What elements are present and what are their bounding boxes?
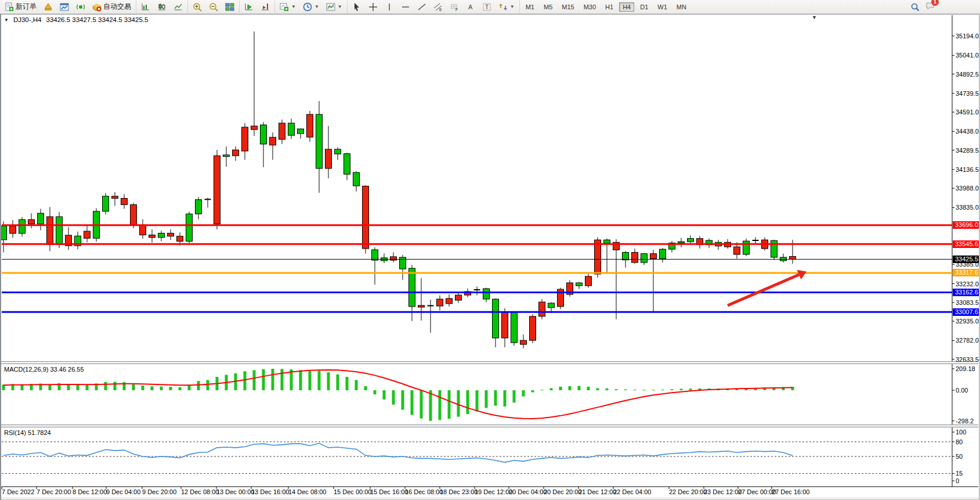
- zoom-in-button[interactable]: [190, 1, 204, 13]
- time-axis-label: 7 Dec 2022: [2, 488, 34, 495]
- text-label-icon: T: [482, 2, 491, 12]
- signal-button[interactable]: [74, 1, 88, 13]
- macd-histogram-bar: [374, 390, 377, 394]
- candle-body: [279, 123, 285, 139]
- tf-m1-button[interactable]: M1: [522, 2, 538, 12]
- zoom-out-button[interactable]: [207, 1, 220, 13]
- candle-body: [353, 172, 360, 186]
- candle-body: [28, 220, 35, 224]
- macd-histogram-bar: [634, 390, 637, 390]
- tf-m15-button[interactable]: M15: [558, 2, 577, 12]
- trendline-button[interactable]: [415, 1, 429, 13]
- new-order-button[interactable]: 新订单: [2, 1, 39, 13]
- svg-text:A: A: [468, 3, 473, 10]
- price-axis-label: 33232.0: [956, 280, 979, 287]
- chart-shift-marker-icon[interactable]: ▼: [812, 15, 817, 20]
- rsi-indicator-label: RSI(14) 51.7824: [4, 429, 51, 436]
- chart-upload-button[interactable]: [57, 1, 71, 13]
- auto-scroll-button[interactable]: [242, 1, 256, 13]
- arrows-button[interactable]: ▼: [496, 1, 517, 13]
- horizontal-line-button[interactable]: [399, 1, 413, 13]
- candle-body: [196, 200, 202, 214]
- tf-h1-button[interactable]: H1: [602, 2, 617, 12]
- gold-button[interactable]: [41, 1, 55, 13]
- tf-m5-button[interactable]: M5: [540, 2, 556, 12]
- chart-canvas[interactable]: [0, 13, 980, 500]
- svg-text:T: T: [485, 4, 489, 10]
- fibonacci-button[interactable]: F: [447, 1, 461, 13]
- crosshair-icon: [368, 2, 378, 12]
- price-axis-label: 32935.0: [956, 318, 979, 325]
- macd-histogram-bar: [615, 389, 618, 390]
- add-indicator-button[interactable]: ▼: [277, 1, 298, 13]
- time-axis-label: 12 Dec 08:00: [181, 488, 219, 495]
- macd-histogram-bar: [420, 390, 423, 419]
- auto-trade-icon: [92, 2, 102, 12]
- candle-body: [84, 231, 91, 238]
- macd-histogram-bar: [244, 371, 247, 390]
- candle-body: [437, 299, 443, 306]
- macd-histogram-bar: [661, 390, 664, 390]
- collapse-icon[interactable]: ▼: [4, 17, 9, 23]
- candle-body: [251, 126, 258, 130]
- text-button[interactable]: A: [464, 1, 478, 13]
- candle-body: [650, 254, 657, 259]
- bar-chart-button[interactable]: [139, 1, 153, 13]
- macd-histogram-bar: [253, 370, 256, 390]
- tf-mn-button[interactable]: MN: [673, 2, 690, 12]
- candle-body: [409, 268, 415, 307]
- clock-icon: [303, 2, 312, 12]
- drawing-group: E F A T ▼: [347, 1, 519, 13]
- time-axis-label: 22 Dec 20:00: [669, 488, 707, 495]
- chevron-down-icon[interactable]: ▼: [314, 4, 319, 9]
- chevron-down-icon[interactable]: ▼: [338, 4, 342, 9]
- macd-histogram-bar: [67, 384, 70, 390]
- chevron-down-icon[interactable]: ▼: [291, 4, 296, 9]
- candle-body: [307, 114, 313, 137]
- time-axis-label: 18 Dec 23:00: [440, 488, 478, 495]
- candlestick-button[interactable]: [155, 1, 169, 13]
- chevron-down-icon[interactable]: ▼: [510, 4, 515, 9]
- macd-histogram-bar: [439, 390, 442, 420]
- macd-histogram-bar: [383, 390, 386, 400]
- rsi-axis-label: 80: [956, 438, 963, 445]
- equidistant-channel-button[interactable]: E: [431, 1, 445, 13]
- macd-histogram-bar: [624, 390, 627, 390]
- macd-axis-label: 0.00: [956, 387, 968, 394]
- candle-body: [112, 196, 118, 199]
- macd-histogram-bar: [550, 388, 553, 390]
- tf-h4-button[interactable]: H4: [619, 2, 634, 12]
- notifications-button[interactable]: 1: [925, 1, 935, 13]
- macd-histogram-bar: [429, 390, 432, 421]
- chart-shift-button[interactable]: [258, 1, 272, 13]
- vertical-line-button[interactable]: [382, 1, 396, 13]
- tile-windows-button[interactable]: [223, 1, 237, 13]
- macd-histogram-bar: [346, 377, 349, 390]
- search-icon[interactable]: [910, 2, 920, 12]
- price-level-badge: 33696.0: [953, 221, 980, 229]
- time-axis-label: 23 Dec 12:00: [704, 488, 742, 495]
- candle-body: [158, 233, 165, 238]
- auto-trade-button[interactable]: 自动交易: [90, 1, 133, 13]
- candle-body: [743, 241, 750, 254]
- candle-body: [688, 239, 694, 242]
- price-axis-label: 34136.5: [956, 166, 979, 173]
- tf-m30-button[interactable]: M30: [580, 2, 599, 12]
- zoom-group: [187, 1, 239, 13]
- cursor-button[interactable]: [350, 1, 364, 13]
- text-label-button[interactable]: T: [480, 1, 494, 13]
- candle-body: [585, 276, 592, 286]
- tf-d1-button[interactable]: D1: [637, 2, 652, 12]
- tf-w1-button[interactable]: W1: [654, 2, 671, 12]
- candle-body: [418, 305, 425, 307]
- line-chart-button[interactable]: [171, 1, 185, 13]
- macd-histogram-bar: [355, 380, 358, 390]
- candle-body: [446, 298, 453, 304]
- candle-body: [1, 226, 7, 240]
- crosshair-button[interactable]: [366, 1, 380, 13]
- periods-button[interactable]: ▼: [301, 1, 321, 13]
- rsi-axis-label: 0: [956, 477, 959, 484]
- gold-icon: [44, 2, 53, 12]
- macd-histogram-bar: [448, 390, 451, 419]
- templates-button[interactable]: ▼: [324, 1, 345, 13]
